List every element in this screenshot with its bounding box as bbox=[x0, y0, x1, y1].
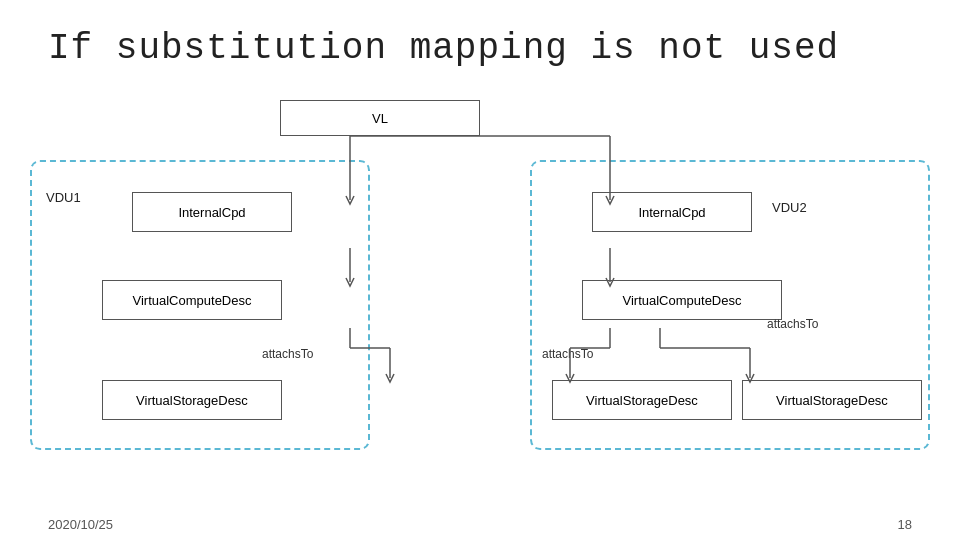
right-attachs-to-label-1: attachsTo bbox=[542, 347, 593, 361]
left-internal-cpd-node: InternalCpd bbox=[132, 192, 292, 232]
footer-page: 18 bbox=[898, 517, 912, 532]
right-internal-cpd-node: InternalCpd bbox=[592, 192, 752, 232]
diagram-area: VL VDU1 InternalCpd VirtualComputeDesc a… bbox=[0, 100, 960, 510]
left-virtual-storage-desc-node: VirtualStorageDesc bbox=[102, 380, 282, 420]
left-group: VDU1 InternalCpd VirtualComputeDesc atta… bbox=[30, 160, 370, 450]
right-internal-cpd-label: InternalCpd bbox=[638, 205, 705, 220]
right-virtual-storage-desc-label-2: VirtualStorageDesc bbox=[776, 393, 888, 408]
footer-date: 2020/10/25 bbox=[48, 517, 113, 532]
left-virtual-storage-desc-label: VirtualStorageDesc bbox=[136, 393, 248, 408]
right-attachs-to-label-2: attachsTo bbox=[767, 317, 818, 331]
right-virtual-storage-desc-label-1: VirtualStorageDesc bbox=[586, 393, 698, 408]
page-title: If substitution mapping is not used bbox=[0, 0, 960, 69]
right-virtual-storage-desc-node-2: VirtualStorageDesc bbox=[742, 380, 922, 420]
right-group: InternalCpd VDU2 VirtualComputeDesc atta… bbox=[530, 160, 930, 450]
vdu1-label: VDU1 bbox=[46, 190, 81, 205]
right-virtual-storage-desc-node-1: VirtualStorageDesc bbox=[552, 380, 732, 420]
vl-node: VL bbox=[280, 100, 480, 136]
left-virtual-compute-desc-node: VirtualComputeDesc bbox=[102, 280, 282, 320]
left-virtual-compute-desc-label: VirtualComputeDesc bbox=[133, 293, 252, 308]
right-virtual-compute-desc-node: VirtualComputeDesc bbox=[582, 280, 782, 320]
right-virtual-compute-desc-label: VirtualComputeDesc bbox=[623, 293, 742, 308]
left-attachs-to-label: attachsTo bbox=[262, 347, 313, 361]
left-internal-cpd-label: InternalCpd bbox=[178, 205, 245, 220]
vl-label: VL bbox=[372, 111, 388, 126]
vdu2-label: VDU2 bbox=[772, 200, 807, 215]
